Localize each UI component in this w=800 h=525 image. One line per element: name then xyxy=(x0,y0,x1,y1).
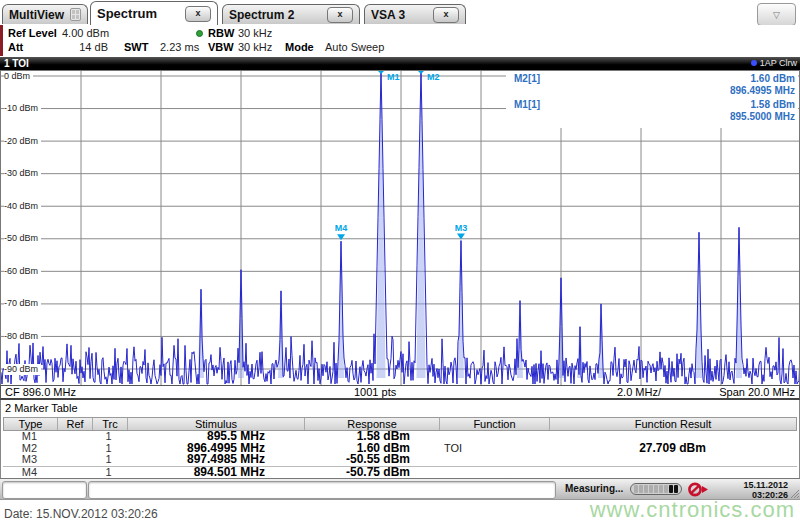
trace-dot-icon xyxy=(751,60,757,66)
marker-readout-name: M1[1] xyxy=(514,99,540,110)
col-function-result: Function Result xyxy=(549,418,796,430)
rbw-value[interactable]: 30 kHz xyxy=(238,27,272,39)
marker-readout-panel: M2[1] 1.60 dBm 896.4995 MHz M1[1] 1.58 d… xyxy=(506,71,798,128)
multiview-grid-icon xyxy=(70,8,81,21)
att-setting[interactable]: Att xyxy=(8,41,23,53)
tab-multiview[interactable]: MultiView xyxy=(2,4,88,24)
y-axis-tick-label: -40 dBm xyxy=(4,201,41,212)
table-row[interactable]: M41894.501 MHz-50.75 dBm xyxy=(3,466,797,479)
status-field-left[interactable] xyxy=(2,481,87,499)
tab-spectrum-label: Spectrum xyxy=(97,6,157,21)
toi-window-titlebar[interactable]: 1 TOI 1AP Clrw xyxy=(0,57,800,70)
vbw-value[interactable]: 30 kHz xyxy=(238,41,272,53)
muted-speaker-icon[interactable] xyxy=(687,482,711,497)
mode-value[interactable]: Auto Sweep xyxy=(325,41,384,53)
sweep-progress-bar xyxy=(630,483,682,495)
marker-label: M4 xyxy=(335,223,348,233)
channel-settings-bar: Ref Level 4.00 dBm RBW 30 kHz Att 14 dB … xyxy=(0,25,800,57)
col-ref: Ref xyxy=(57,418,92,430)
tab-overflow-button[interactable]: ▽ xyxy=(757,3,796,26)
col-type: Type xyxy=(4,418,57,430)
channel-accent-strip xyxy=(0,25,3,56)
trace-indicator: 1AP Clrw xyxy=(751,57,797,70)
status-green-dot-icon xyxy=(196,30,203,37)
marker-readout-freq: 896.4995 MHz xyxy=(730,85,795,96)
y-axis-tick-label: -60 dBm xyxy=(4,266,41,277)
swt-value[interactable]: 2.23 ms xyxy=(160,41,199,53)
marker-readout-freq: 895.5000 MHz xyxy=(730,111,795,122)
y-axis-tick-label: -50 dBm xyxy=(4,233,41,244)
rbw-setting[interactable]: RBW xyxy=(208,27,234,39)
tab-bar: MultiView Spectrum x Spectrum 2 x VSA 3 … xyxy=(0,0,800,26)
table-row[interactable]: M31897.4985 MHz-50.55 dBm xyxy=(3,454,797,466)
marker-table-window: 2 Marker Table Type Ref Trc Stimulus Res… xyxy=(0,400,800,478)
watermark-text: www.cntronics.com xyxy=(590,497,795,523)
footer-area: Date: 15.NOV.2012 03:20:26 www.cntronics… xyxy=(0,500,800,525)
tab-spectrum[interactable]: Spectrum x xyxy=(90,1,218,25)
ref-level-setting[interactable]: Ref Level xyxy=(8,27,57,39)
status-message-field[interactable] xyxy=(88,481,556,499)
marker-label: M1 xyxy=(387,72,400,82)
vbw-setting[interactable]: VBW xyxy=(208,41,234,53)
marker-m4-icon[interactable]: M4 xyxy=(335,223,348,240)
marker-label: M2 xyxy=(427,72,440,82)
sweep-points-label: 1001 pts xyxy=(354,386,396,399)
tab-spectrum2-close-icon[interactable]: x xyxy=(327,7,353,23)
y-axis-tick-label: 0 dBm xyxy=(4,71,33,82)
y-axis-tick-label: -30 dBm xyxy=(4,168,41,179)
att-value[interactable]: 14 dB xyxy=(60,41,108,53)
chevron-down-icon: ▽ xyxy=(773,10,780,20)
col-trc: Trc xyxy=(92,418,127,430)
y-axis-tick-label: -80 dBm xyxy=(4,331,41,342)
measuring-status: Measuring... xyxy=(565,483,623,494)
spectrum-analyzer-screen: MultiView Spectrum x Spectrum 2 x VSA 3 … xyxy=(0,0,800,525)
marker-readout-name: M2[1] xyxy=(514,73,540,84)
tab-multiview-label: MultiView xyxy=(9,8,64,22)
marker-table: Type Ref Trc Stimulus Response Function … xyxy=(3,417,797,478)
span-label: Span 20.0 MHz xyxy=(719,386,795,399)
center-frequency-label: CF 896.0 MHz xyxy=(5,386,76,399)
tab-vsa3-close-icon[interactable]: x xyxy=(433,7,459,23)
date-caption: Date: 15.NOV.2012 03:20:26 xyxy=(4,507,158,521)
sweep-info-bar: CF 896.0 MHz 1001 pts 2.0 MHz/ Span 20.0… xyxy=(0,385,800,400)
tab-vsa3-label: VSA 3 xyxy=(371,8,405,22)
y-axis-tick-label: -70 dBm xyxy=(4,298,41,309)
tab-spectrum2-label: Spectrum 2 xyxy=(229,8,294,22)
tab-spectrum-close-icon[interactable]: x xyxy=(185,6,211,22)
col-function: Function xyxy=(439,418,549,430)
status-date: 15.11.2012 xyxy=(743,480,788,490)
y-axis-tick-label: -20 dBm xyxy=(4,136,41,147)
ref-level-value[interactable]: 4.00 dBm xyxy=(62,27,109,39)
tab-vsa3[interactable]: VSA 3 x xyxy=(364,4,466,24)
y-axis-tick-label: -90 dBm xyxy=(4,364,41,375)
mode-setting[interactable]: Mode xyxy=(285,41,314,53)
marker-readout-level: 1.60 dBm xyxy=(751,73,795,84)
tab-spectrum2[interactable]: Spectrum 2 x xyxy=(222,4,360,24)
marker-table-title[interactable]: 2 Marker Table xyxy=(5,402,78,414)
spectrum-plot[interactable]: M4M1M2M3 M2[1] 1.60 dBm 896.4995 MHz M1[… xyxy=(0,70,800,385)
toi-window: 1 TOI 1AP Clrw M4M1M2M3 M2[1] 1.60 dBm 8… xyxy=(0,57,800,400)
swt-setting[interactable]: SWT xyxy=(124,41,148,53)
marker-readout-level: 1.58 dBm xyxy=(751,99,795,110)
marker-label: M3 xyxy=(455,223,468,233)
per-division-label: 2.0 MHz/ xyxy=(617,386,661,399)
marker-m3-icon[interactable]: M3 xyxy=(455,223,468,240)
toi-window-title: 1 TOI xyxy=(4,58,29,69)
y-axis-tick-label: -10 dBm xyxy=(4,103,41,114)
